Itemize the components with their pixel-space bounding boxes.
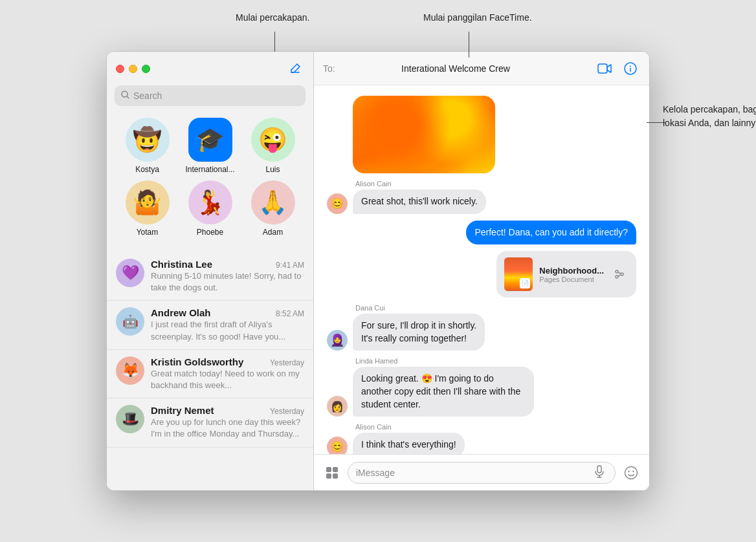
- annotation-line-right: [647, 122, 666, 123]
- bubble-alison1: Great shot, this'll work nicely.: [353, 190, 486, 214]
- conv-header-dmitry: Dmitry Nemet Yesterday: [151, 405, 304, 416]
- emoji-button[interactable]: [621, 462, 641, 483]
- message-row-dana: 🧕 For sure, I'll drop it in shortly. It'…: [327, 314, 636, 351]
- conv-name-kristin: Kristin Goldsworthy: [151, 356, 243, 367]
- conv-time-christina: 9:41 AM: [276, 261, 304, 270]
- conv-name-andrew: Andrew Olah: [151, 307, 211, 318]
- chat-input-bar: iMessage: [314, 454, 649, 490]
- conv-avatar-andrew: 🤖: [116, 307, 144, 336]
- compose-button[interactable]: [286, 60, 304, 78]
- minimize-button[interactable]: [129, 65, 137, 73]
- conversation-list: 💜 Christina Lee 9:41 AM Running 5-10 min…: [107, 252, 313, 490]
- conv-item-christina[interactable]: 💜 Christina Lee 9:41 AM Running 5-10 min…: [107, 252, 313, 301]
- sender-label-linda: Linda Hamed: [355, 357, 636, 365]
- conv-preview-andrew: I just read the first draft of Aliya's s…: [151, 319, 304, 342]
- message-row-linda: 👩 Looking great. 😍 I'm going to do anoth…: [327, 367, 636, 417]
- file-bubble: 📄 Neighborhood... Pages Document: [496, 251, 636, 298]
- pinned-contacts: 🤠 Kostya 🎓 International... 😜 Luis 🤷 Yot…: [107, 113, 313, 252]
- search-placeholder: Search: [133, 91, 162, 101]
- conv-content-christina: Christina Lee 9:41 AM Running 5-10 minut…: [151, 259, 304, 294]
- conv-content-andrew: Andrew Olah 8:52 AM I just read the firs…: [151, 307, 304, 342]
- annotation-compose: Mulai percakapan.: [236, 12, 309, 23]
- close-button[interactable]: [116, 65, 124, 73]
- annotation-facetime: Mulai panggilan FaceTime.: [423, 12, 532, 23]
- conv-content-dmitry: Dmitry Nemet Yesterday Are you up for lu…: [151, 405, 304, 440]
- avatar-phoebe: 💃: [188, 180, 232, 224]
- chat-header: To: Interational Welcome Crew: [314, 52, 649, 85]
- message-group-outgoing1: Perfect! Dana, can you add it directly?: [327, 221, 636, 245]
- conv-item-dmitry[interactable]: 🎩 Dmitry Nemet Yesterday Are you up for …: [107, 398, 313, 447]
- conv-preview-kristin: Great match today! Need to work on my ba…: [151, 368, 304, 391]
- input-placeholder: iMessage: [356, 468, 594, 478]
- svg-point-5: [630, 65, 631, 67]
- sidebar: Search 🤠 Kostya 🎓 International... 😜 Lui…: [107, 52, 314, 490]
- svg-line-11: [618, 275, 621, 276]
- search-bar[interactable]: Search: [115, 85, 306, 106]
- chat-recipient-name: Interational Welcome Crew: [401, 63, 510, 74]
- svg-line-10: [618, 272, 621, 274]
- conv-header-kristin: Kristin Goldsworthy Yesterday: [151, 356, 304, 367]
- conv-avatar-kristin: 🦊: [116, 356, 144, 385]
- contact-name-yotam: Yotam: [137, 228, 159, 237]
- avatar-luis: 😜: [251, 118, 295, 162]
- message-row-alison1: 😊 Great shot, this'll work nicely.: [327, 190, 636, 214]
- pinned-contact-luis[interactable]: 😜 Luis: [244, 118, 302, 174]
- pinned-contact-adam[interactable]: 🙏 Adam: [244, 180, 302, 237]
- contact-name-kostya: Kostya: [135, 165, 159, 174]
- apps-button[interactable]: [322, 462, 342, 483]
- conv-header-christina: Christina Lee 9:41 AM: [151, 259, 304, 270]
- pinned-contact-international[interactable]: 🎓 International...: [181, 118, 239, 174]
- pinned-contact-yotam[interactable]: 🤷 Yotam: [118, 180, 177, 237]
- conv-name-christina: Christina Lee: [151, 259, 212, 270]
- message-input[interactable]: iMessage: [348, 462, 616, 484]
- avatar-dana: 🧕: [327, 330, 348, 351]
- pinned-contact-kostya[interactable]: 🤠 Kostya: [118, 118, 177, 174]
- chat-panel: To: Interational Welcome Crew: [314, 52, 649, 490]
- avatar-yotam: 🤷: [126, 180, 170, 224]
- sender-label-alison2: Alison Cain: [355, 423, 636, 431]
- svg-point-21: [632, 470, 634, 472]
- annotation-manage: Kelola percakapan, bagikan lokasi Anda, …: [663, 103, 756, 130]
- conv-time-andrew: 8:52 AM: [276, 309, 304, 318]
- contact-name-adam: Adam: [263, 228, 283, 237]
- avatar-kostya: 🤠: [126, 118, 170, 162]
- avatar-international: 🎓: [188, 118, 232, 162]
- message-group-alison1: Alison Cain 😊 Great shot, this'll work n…: [327, 180, 636, 214]
- svg-point-8: [616, 270, 618, 273]
- image-bubble-inner: [353, 96, 495, 173]
- svg-rect-6: [630, 68, 631, 72]
- sender-label-dana: Dana Cui: [355, 304, 636, 312]
- image-bubble: [353, 96, 495, 173]
- contact-name-luis: Luis: [265, 165, 280, 174]
- svg-point-20: [628, 470, 629, 472]
- fullscreen-button[interactable]: [142, 65, 150, 73]
- conv-preview-christina: Running 5-10 minutes late! Sorry, had to…: [151, 270, 304, 294]
- conv-item-andrew[interactable]: 🤖 Andrew Olah 8:52 AM I just read the fi…: [107, 301, 313, 349]
- pinned-contact-phoebe[interactable]: 💃 Phoebe: [181, 180, 239, 237]
- file-name: Neighborhood...: [539, 266, 604, 276]
- conv-avatar-dmitry: 🎩: [116, 405, 144, 433]
- conv-item-kristin[interactable]: 🦊 Kristin Goldsworthy Yesterday Great ma…: [107, 350, 313, 398]
- message-row-outgoing1: Perfect! Dana, can you add it directly?: [327, 221, 636, 245]
- sidebar-titlebar: [107, 52, 313, 85]
- facetime-button[interactable]: [595, 59, 614, 78]
- search-icon: [121, 91, 129, 101]
- svg-rect-15: [333, 473, 338, 479]
- message-group-image: [327, 96, 636, 173]
- svg-rect-16: [597, 466, 601, 473]
- conv-time-kristin: Yesterday: [270, 358, 304, 367]
- app-wrapper: Mulai percakapan. Mulai panggilan FaceTi…: [106, 51, 650, 491]
- bubble-dana: For sure, I'll drop it in shortly. It's …: [353, 314, 485, 351]
- info-button[interactable]: [621, 59, 640, 78]
- file-share-icon[interactable]: [610, 265, 628, 283]
- file-thumbnail: 📄: [504, 257, 533, 291]
- conv-header-andrew: Andrew Olah 8:52 AM: [151, 307, 304, 318]
- file-pages-icon: 📄: [520, 278, 530, 288]
- file-type: Pages Document: [539, 276, 604, 283]
- svg-point-9: [616, 276, 618, 278]
- avatar-linda: 👩: [327, 396, 348, 417]
- avatar-adam: 🙏: [251, 180, 295, 224]
- svg-line-2: [127, 96, 129, 98]
- conv-time-dmitry: Yesterday: [270, 407, 304, 416]
- contact-name-phoebe: Phoebe: [197, 228, 223, 237]
